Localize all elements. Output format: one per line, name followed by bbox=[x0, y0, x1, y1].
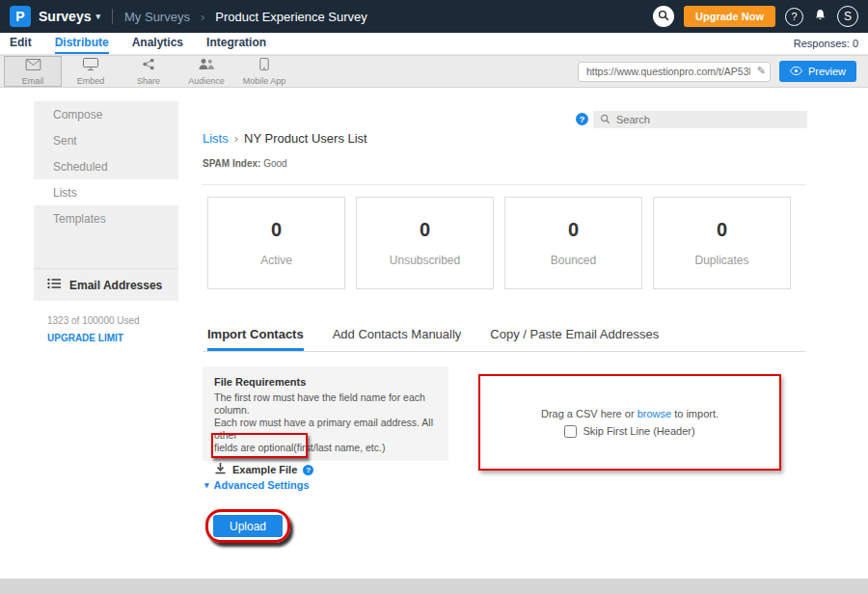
file-requirements-title: File Requirements bbox=[214, 376, 437, 388]
topbar: P Surveys ▾ My Surveys › Product Experie… bbox=[0, 0, 868, 33]
sidebar-item-templates[interactable]: Templates bbox=[34, 205, 178, 231]
stat-value: 0 bbox=[505, 219, 641, 241]
stat-card-duplicates: 0 Duplicates bbox=[653, 197, 791, 289]
tab-integration[interactable]: Integration bbox=[206, 33, 266, 54]
preview-button[interactable]: Preview bbox=[779, 61, 856, 82]
search-icon bbox=[658, 8, 669, 25]
sidebar-item-sent[interactable]: Sent bbox=[34, 127, 178, 153]
email-sidebar: Compose Sent Scheduled Lists Templates E… bbox=[34, 101, 178, 571]
contact-tabs: Import Contacts Add Contacts Manually Co… bbox=[207, 327, 659, 351]
user-avatar[interactable]: S bbox=[837, 6, 858, 27]
distribute-toolbar: Email Embed Share Audience Mobile App bbox=[0, 55, 868, 88]
sidebar-spacer bbox=[34, 231, 178, 268]
preview-label: Preview bbox=[808, 66, 846, 77]
tab-analytics[interactable]: Analytics bbox=[132, 33, 183, 54]
tab-add-contacts-manually[interactable]: Add Contacts Manually bbox=[333, 327, 462, 351]
file-requirements-line: fields are optional(first/last name, etc… bbox=[214, 442, 437, 454]
logo-letter: P bbox=[15, 9, 24, 24]
dropzone-text: Drag a CSV here or browse to import. bbox=[541, 408, 719, 419]
upload-button[interactable]: Upload bbox=[213, 515, 283, 537]
stat-value: 0 bbox=[654, 219, 790, 241]
chevron-down-icon: ▾ bbox=[95, 12, 100, 21]
breadcrumb-separator: › bbox=[234, 131, 238, 146]
email-addresses-header: Email Addresses bbox=[34, 268, 178, 301]
stat-label: Bounced bbox=[505, 254, 641, 267]
sidebar-item-lists[interactable]: Lists bbox=[34, 179, 178, 205]
channel-audience[interactable]: Audience bbox=[177, 56, 235, 87]
help-button[interactable]: ? bbox=[785, 8, 803, 26]
advanced-settings-toggle[interactable]: ▾ Advanced Settings bbox=[204, 479, 310, 491]
csv-dropzone[interactable]: Drag a CSV here or browse to import. Ski… bbox=[478, 374, 781, 471]
tabs-underline bbox=[203, 351, 805, 352]
file-requirements-panel: File Requirements The first row must hav… bbox=[203, 366, 448, 461]
list-help-icon[interactable]: ? bbox=[576, 113, 588, 125]
annotation-box-upload: Upload bbox=[205, 509, 290, 543]
search-input[interactable] bbox=[616, 114, 790, 125]
topbar-right: Upgrade Now ? S bbox=[653, 6, 858, 27]
list-content: ? Lists › NY Product Users List SPAM Ind… bbox=[178, 101, 834, 571]
edit-url-icon[interactable]: ✎ bbox=[757, 65, 766, 77]
stat-card-active: 0 Active bbox=[207, 197, 345, 289]
survey-url-area: ✎ Preview bbox=[578, 61, 864, 82]
sidebar-menu: Compose Sent Scheduled Lists Templates E… bbox=[34, 101, 178, 301]
channel-share[interactable]: Share bbox=[120, 56, 177, 87]
sidebar-item-compose[interactable]: Compose bbox=[34, 101, 178, 127]
spam-index-value: Good bbox=[263, 158, 286, 169]
list-breadcrumb: Lists › NY Product Users List bbox=[203, 131, 367, 146]
current-list-name: NY Product Users List bbox=[244, 131, 367, 146]
advanced-settings-label: Advanced Settings bbox=[214, 479, 310, 491]
channel-label: Embed bbox=[77, 76, 105, 86]
stat-label: Active bbox=[208, 254, 344, 267]
upgrade-now-button[interactable]: Upgrade Now bbox=[684, 6, 775, 27]
stats-cards: 0 Active 0 Unsubscribed 0 Bounced 0 Dupl… bbox=[207, 197, 791, 289]
example-file-link[interactable]: Example File ? bbox=[214, 461, 437, 478]
topbar-divider bbox=[112, 9, 113, 24]
bottom-scroll-strip[interactable] bbox=[0, 579, 868, 594]
skip-first-line-checkbox[interactable] bbox=[564, 425, 577, 438]
example-file-help-icon[interactable]: ? bbox=[303, 465, 313, 475]
breadcrumb-my-surveys[interactable]: My Surveys bbox=[124, 10, 190, 24]
tab-distribute[interactable]: Distribute bbox=[55, 33, 109, 54]
spam-index: SPAM Index: Good bbox=[203, 158, 287, 169]
channel-email[interactable]: Email bbox=[4, 56, 62, 87]
usage-text: 1323 of 100000 Used bbox=[34, 301, 178, 326]
tab-import-contacts[interactable]: Import Contacts bbox=[207, 327, 304, 351]
example-file-label: Example File bbox=[232, 464, 297, 475]
survey-nav: Edit Distribute Analytics Integration Re… bbox=[0, 33, 868, 55]
product-switcher[interactable]: Surveys ▾ bbox=[39, 9, 100, 24]
stat-card-unsubscribed: 0 Unsubscribed bbox=[356, 197, 494, 289]
stat-label: Unsubscribed bbox=[357, 254, 493, 267]
responses-count[interactable]: Responses: 0 bbox=[794, 33, 858, 54]
breadcrumb-lists-link[interactable]: Lists bbox=[203, 131, 229, 146]
upgrade-limit-link[interactable]: UPGRADE LIMIT bbox=[34, 326, 178, 343]
global-search-button[interactable] bbox=[653, 6, 674, 27]
notifications-bell-icon[interactable] bbox=[813, 8, 827, 26]
channel-embed[interactable]: Embed bbox=[62, 56, 120, 87]
share-icon bbox=[142, 57, 155, 74]
channel-label: Audience bbox=[188, 76, 225, 86]
questionpro-logo[interactable]: P bbox=[10, 6, 31, 27]
browse-link[interactable]: browse bbox=[637, 408, 671, 419]
page: P Surveys ▾ My Surveys › Product Experie… bbox=[0, 0, 868, 594]
list-icon bbox=[47, 278, 62, 292]
list-searchbox bbox=[593, 111, 807, 128]
file-requirements-line: The first row must have the field name f… bbox=[214, 392, 437, 417]
tab-copy-paste-email-addresses[interactable]: Copy / Paste Email Addresses bbox=[490, 327, 659, 351]
chevron-down-icon: ▾ bbox=[204, 480, 209, 490]
survey-url-box: ✎ bbox=[578, 62, 771, 82]
skip-first-line-label: Skip First Line (Header) bbox=[583, 425, 694, 437]
question-icon: ? bbox=[791, 11, 797, 22]
survey-url-input[interactable] bbox=[578, 62, 771, 82]
email-icon bbox=[25, 57, 41, 74]
breadcrumb-separator: › bbox=[201, 10, 204, 24]
skip-first-line-row: Skip First Line (Header) bbox=[564, 425, 694, 438]
tab-edit[interactable]: Edit bbox=[10, 33, 32, 54]
channel-label: Share bbox=[137, 76, 160, 86]
page-title: Product Experience Survey bbox=[215, 10, 367, 24]
channel-mobile-app[interactable]: Mobile App bbox=[235, 56, 293, 87]
embed-icon bbox=[83, 57, 98, 74]
channel-label: Email bbox=[22, 76, 44, 86]
stat-card-bounced: 0 Bounced bbox=[504, 197, 642, 289]
audience-icon bbox=[198, 57, 215, 74]
sidebar-item-scheduled[interactable]: Scheduled bbox=[34, 153, 178, 179]
